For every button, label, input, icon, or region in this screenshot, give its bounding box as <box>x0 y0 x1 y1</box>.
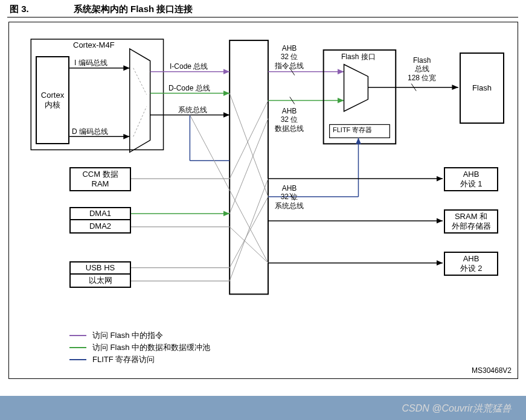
legend-purple-text: 访问 Flash 中的指令 <box>92 330 163 341</box>
icode-bus-label: I-Code 总线 <box>170 62 208 71</box>
svg-rect-6 <box>229 40 268 294</box>
ethernet-label: 以太网 <box>89 276 112 285</box>
svg-line-23 <box>229 179 268 281</box>
flash-box: Flash <box>460 52 504 124</box>
legend-swatch-purple <box>69 335 86 336</box>
svg-line-4 <box>133 68 147 95</box>
sram-ext-l2: 外部存储器 <box>452 221 491 231</box>
ccm-ram-box: CCM 数据 RAM <box>69 167 131 191</box>
dcode-bus-label: D-Code 总线 <box>168 84 210 92</box>
svg-marker-1 <box>130 49 150 152</box>
sram-ext-box: SRAM 和 外部存储器 <box>444 209 498 234</box>
diagram-frame: Cortex-M4F Cortex 内核 I 编码总线 D 编码总线 I-Cod… <box>8 22 518 379</box>
svg-marker-29 <box>344 65 368 112</box>
cortex-m4f-label: Cortex-M4F <box>73 40 115 50</box>
figure-number: 图 3. <box>10 4 29 14</box>
watermark-text: CSDN @Couvrir洪荒猛兽 <box>402 402 512 415</box>
ahb-periph1-l1: AHB <box>463 170 479 179</box>
legend: 访问 Flash 中的指令 访问 Flash 中的数据和数据缓冲池 FLITF … <box>69 329 210 366</box>
svg-line-20 <box>229 118 268 213</box>
ahb-instr-label: AHB 32 位 指令总线 <box>275 44 304 70</box>
doc-id: MS30468V2 <box>472 366 512 375</box>
legend-row-purple: 访问 Flash 中的指令 <box>69 330 210 341</box>
i-encode-bus-label: I 编码总线 <box>74 59 107 67</box>
svg-line-22 <box>229 197 268 268</box>
ahb-data-label: AHB 32 位 数据总线 <box>275 107 304 133</box>
flash-label: Flash <box>472 83 492 93</box>
cortex-core-box: Cortex 内核 <box>36 56 69 144</box>
usb-hs-box: USB HS <box>69 261 131 275</box>
dma1-label: DMA1 <box>89 209 111 218</box>
flitf-reg-label: FLITF 寄存器 <box>333 126 372 134</box>
ahb-periph1-l2: 外设 1 <box>460 179 483 189</box>
ethernet-box: 以太网 <box>69 275 131 288</box>
cortex-core-l1: Cortex <box>41 91 64 100</box>
flash-if-label: Flash 接口 <box>341 52 376 61</box>
dma1-box: DMA1 <box>69 207 131 220</box>
legend-row-blue: FLITF 寄存器访问 <box>69 354 210 365</box>
ahb-periph1-box: AHB 外设 1 <box>444 167 498 191</box>
legend-swatch-green <box>69 347 86 348</box>
svg-line-19 <box>229 101 268 179</box>
sram-ext-l1: SRAM 和 <box>455 212 487 221</box>
ahb-periph2-l1: AHB <box>463 254 479 264</box>
legend-swatch-blue <box>69 359 86 360</box>
d-encode-bus-label: D 编码总线 <box>72 127 108 136</box>
flash-bus-label: Flash 总线 128 位宽 <box>408 56 436 82</box>
usb-hs-label: USB HS <box>86 263 115 273</box>
ahb-periph2-box: AHB 外设 2 <box>444 252 498 276</box>
ahb-periph2-l2: 外设 2 <box>460 264 483 273</box>
dma2-label: DMA2 <box>89 221 111 231</box>
legend-row-green: 访问 Flash 中的数据和数据缓冲池 <box>69 342 210 353</box>
cortex-core-l2: 内核 <box>45 100 60 110</box>
svg-line-21 <box>229 227 268 263</box>
diagram-lines <box>9 22 518 378</box>
svg-line-5 <box>133 107 147 137</box>
svg-line-17 <box>190 115 268 262</box>
svg-line-27 <box>290 97 295 104</box>
ccm-l1: CCM 数据 <box>82 170 118 179</box>
ahb-sys-label: AHB 32 位 系统总线 <box>275 184 304 210</box>
figure-title-text: 系统架构内的 Flash 接口连接 <box>74 4 193 14</box>
sysbus-label: 系统总线 <box>178 106 207 114</box>
legend-blue-text: FLITF 寄存器访问 <box>92 354 155 365</box>
title-underline <box>7 17 518 18</box>
figure-title: 图 3. 系统架构内的 Flash 接口连接 <box>10 4 193 15</box>
ccm-l2: RAM <box>92 179 109 189</box>
svg-line-32 <box>411 84 416 91</box>
legend-green-text: 访问 Flash 中的数据和数据缓冲池 <box>92 342 210 353</box>
dma2-box: DMA2 <box>69 220 131 234</box>
svg-line-18 <box>229 94 268 197</box>
